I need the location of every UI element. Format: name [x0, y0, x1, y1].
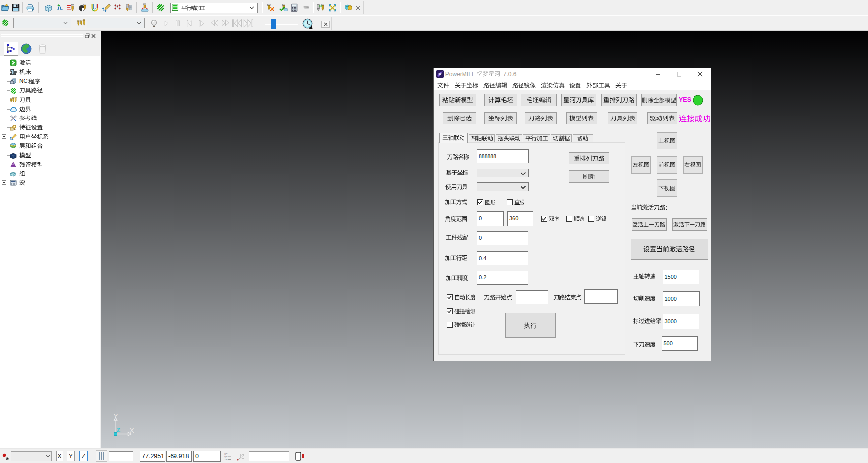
svg-text:z=: z=: [224, 458, 228, 461]
svg-text:X: X: [130, 427, 134, 434]
svg-text:Y: Y: [114, 413, 118, 420]
